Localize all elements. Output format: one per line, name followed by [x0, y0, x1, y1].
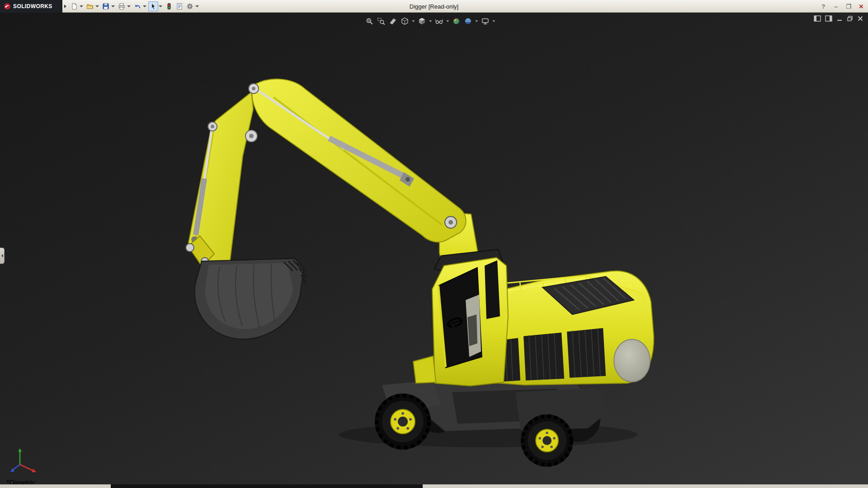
section-view-button[interactable]	[388, 16, 398, 26]
zoom-to-area-button[interactable]	[376, 16, 386, 26]
save-button[interactable]	[101, 1, 111, 11]
close-document-icon[interactable]	[857, 15, 863, 22]
apply-scene-button[interactable]	[463, 16, 473, 26]
document-window-controls	[814, 15, 863, 22]
featuremanager-toggle-icon[interactable]	[814, 15, 821, 22]
edit-appearance-button[interactable]	[451, 16, 461, 26]
task-pane-toggle-icon[interactable]	[825, 15, 832, 22]
hide-show-glasses-icon	[435, 17, 443, 25]
view-orientation-cube-icon	[401, 17, 409, 25]
print-button[interactable]	[117, 1, 127, 11]
apply-scene-sphere-icon	[464, 17, 472, 25]
close-button[interactable]: ✕	[857, 3, 865, 10]
taskbar-strip	[111, 484, 423, 488]
display-style-button[interactable]	[417, 16, 427, 26]
options-dropdown-icon[interactable]	[195, 5, 199, 7]
options-gear-icon	[186, 3, 193, 10]
orientation-triad	[9, 446, 41, 474]
status-strip	[0, 484, 868, 488]
undo-button[interactable]	[132, 1, 142, 11]
rebuild-button[interactable]	[164, 1, 174, 11]
minimize-button[interactable]: –	[832, 3, 840, 10]
solidworks-logo[interactable]: SOLIDWORKS	[0, 0, 62, 13]
save-dropdown-icon[interactable]	[111, 5, 115, 7]
undo-icon	[134, 3, 141, 10]
open-folder-icon	[86, 3, 94, 10]
document-title: Digger [Read-only]	[410, 3, 458, 9]
minimize-document-icon[interactable]	[836, 15, 843, 22]
standard-toolbar	[69, 1, 200, 11]
menu-bar: SOLIDWORKS	[0, 0, 868, 13]
brand-label: SOLIDWORKS	[13, 3, 52, 9]
menu-expand-arrow-icon[interactable]	[64, 5, 66, 8]
window-controls: ? – ❐ ✕	[819, 0, 865, 13]
excavator-model[interactable]	[0, 13, 868, 488]
headsup-view-toolbar	[364, 16, 495, 26]
view-settings-button[interactable]	[480, 16, 490, 26]
open-dropdown-icon[interactable]	[95, 5, 99, 7]
edit-appearance-sphere-icon	[452, 17, 460, 25]
apply-scene-dropdown-icon[interactable]	[475, 20, 478, 22]
select-button[interactable]	[148, 1, 158, 11]
new-document-button[interactable]	[69, 1, 79, 11]
display-style-dropdown-icon[interactable]	[429, 20, 432, 22]
zoom-to-fit-icon	[365, 17, 373, 25]
new-document-icon	[71, 3, 78, 10]
print-dropdown-icon[interactable]	[127, 5, 131, 7]
view-settings-dropdown-icon[interactable]	[492, 20, 495, 22]
graphics-viewport[interactable]: *Dimetric	[0, 13, 868, 488]
help-button[interactable]: ?	[819, 3, 827, 10]
zoom-to-fit-button[interactable]	[364, 16, 374, 26]
featuremanager-collapse-tab[interactable]	[0, 248, 5, 264]
display-style-icon	[418, 17, 426, 25]
restore-button[interactable]: ❐	[844, 3, 853, 10]
save-floppy-icon	[102, 3, 109, 10]
options-button[interactable]	[185, 1, 195, 11]
section-view-icon	[389, 17, 397, 25]
zoom-to-area-icon	[377, 17, 385, 25]
view-orientation-dropdown-icon[interactable]	[412, 20, 415, 22]
collapse-arrow-icon	[1, 254, 3, 258]
view-settings-icon	[481, 17, 489, 25]
open-button[interactable]	[85, 1, 95, 11]
rebuild-trafficlight-icon	[165, 3, 173, 10]
file-properties-icon	[176, 3, 183, 10]
view-orientation-button[interactable]	[400, 16, 410, 26]
select-dropdown-icon[interactable]	[159, 5, 162, 7]
file-properties-button[interactable]	[175, 1, 184, 11]
hide-show-dropdown-icon[interactable]	[446, 20, 449, 22]
restore-document-icon[interactable]	[847, 15, 853, 22]
ds-logo-icon	[4, 3, 11, 10]
select-cursor-icon	[150, 3, 157, 10]
print-icon	[118, 3, 125, 10]
new-dropdown-icon[interactable]	[80, 5, 83, 7]
undo-dropdown-icon[interactable]	[143, 5, 146, 7]
hide-show-items-button[interactable]	[434, 16, 444, 26]
